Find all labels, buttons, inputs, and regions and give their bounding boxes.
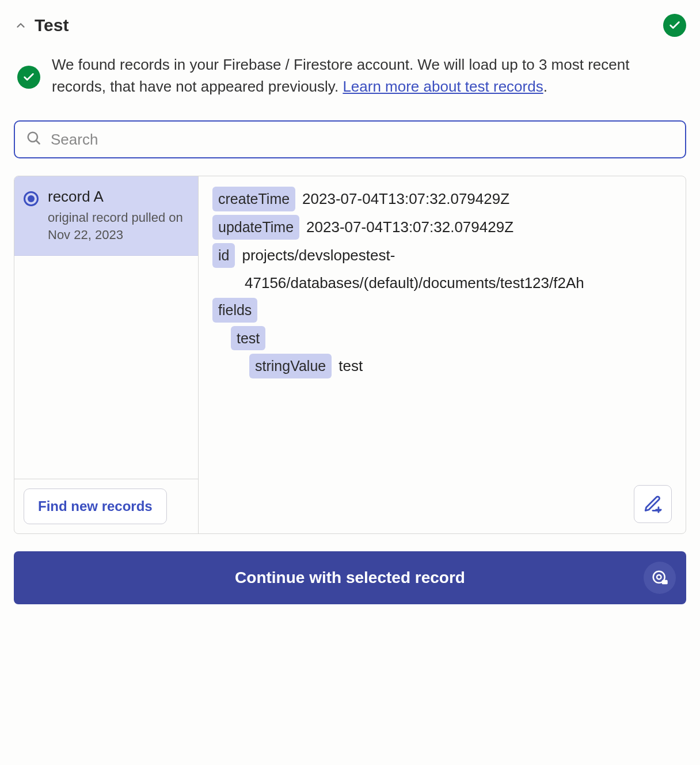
chevron-up-icon[interactable] xyxy=(14,18,28,32)
header-left: Test xyxy=(14,16,69,35)
status-success-icon xyxy=(663,14,686,37)
records-panel: record A original record pulled on Nov 2… xyxy=(14,176,686,534)
record-list-footer: Find new records xyxy=(14,479,198,533)
svg-line-1 xyxy=(36,141,39,144)
learn-more-link[interactable]: Learn more about test records xyxy=(343,78,543,95)
continue-button-label: Continue with selected record xyxy=(235,569,465,586)
detail-row-stringValue: stringValue test xyxy=(249,354,672,378)
detail-row-id-line2: 47156/databases/(default)/documents/test… xyxy=(212,271,672,294)
search-input[interactable] xyxy=(51,131,675,149)
value-stringValue: test xyxy=(338,354,363,377)
value-updateTime: 2023-07-04T13:07:32.079429Z xyxy=(306,215,513,238)
detail-row-id: id projects/devslopestest- xyxy=(212,243,672,268)
record-label: record A xyxy=(48,188,189,206)
detail-row-fields: fields xyxy=(212,298,672,323)
check-icon xyxy=(17,66,40,89)
search-icon xyxy=(25,130,41,149)
record-text: record A original record pulled on Nov 2… xyxy=(48,188,189,243)
key-id: id xyxy=(212,243,235,268)
svg-point-5 xyxy=(657,575,661,580)
info-message: We found records in your Firebase / Fire… xyxy=(17,54,686,97)
section-header: Test xyxy=(14,14,686,37)
search-field-wrapper[interactable] xyxy=(14,120,686,158)
value-id-line1: projects/devslopestest- xyxy=(242,244,395,267)
value-createTime: 2023-07-04T13:07:32.079429Z xyxy=(302,187,509,210)
key-updateTime: updateTime xyxy=(212,215,299,240)
info-text: We found records in your Firebase / Fire… xyxy=(52,54,686,97)
detail-row-test: test xyxy=(231,326,672,351)
find-new-records-button[interactable]: Find new records xyxy=(24,488,167,524)
continue-button[interactable]: Continue with selected record xyxy=(14,551,686,604)
record-item[interactable]: record A original record pulled on Nov 2… xyxy=(14,176,198,255)
key-createTime: createTime xyxy=(212,187,295,211)
record-list: record A original record pulled on Nov 2… xyxy=(14,176,199,533)
pencil-plus-icon xyxy=(643,494,663,514)
section-title: Test xyxy=(35,16,69,35)
record-subtitle: original record pulled on Nov 22, 2023 xyxy=(48,209,189,243)
record-detail: createTime 2023-07-04T13:07:32.079429Z u… xyxy=(199,176,686,533)
edit-record-button[interactable] xyxy=(634,485,672,523)
detail-row-createTime: createTime 2023-07-04T13:07:32.079429Z xyxy=(212,187,672,211)
svg-rect-6 xyxy=(662,580,668,585)
value-id-line2: 47156/databases/(default)/documents/test… xyxy=(245,271,584,294)
help-fab-icon[interactable] xyxy=(644,562,676,594)
key-stringValue: stringValue xyxy=(249,354,332,378)
radio-selected-icon[interactable] xyxy=(24,191,39,206)
detail-row-updateTime: updateTime 2023-07-04T13:07:32.079429Z xyxy=(212,215,672,240)
info-text-after: . xyxy=(543,78,547,95)
key-fields: fields xyxy=(212,298,257,323)
key-test: test xyxy=(231,326,265,351)
